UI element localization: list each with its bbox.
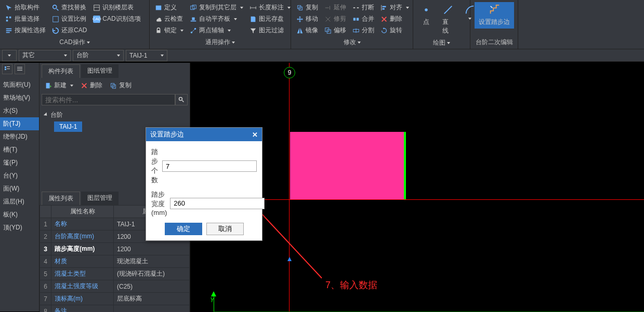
cadopt-btn[interactable]: CADCAD识别选项 bbox=[91, 13, 142, 24]
pick-btn[interactable]: 拾取构件 bbox=[3, 2, 48, 13]
rail-item[interactable]: 整场地(V) bbox=[0, 91, 39, 104]
annotation-text: 7、输入数据 bbox=[325, 279, 377, 291]
rail-item[interactable]: 绕带(JD) bbox=[0, 130, 39, 143]
combo-category[interactable]: 其它 bbox=[19, 50, 71, 61]
rail-item[interactable]: 温层(H) bbox=[0, 195, 39, 208]
svg-rect-11 bbox=[156, 5, 162, 10]
combo-type[interactable]: 台阶 bbox=[73, 50, 124, 61]
comp-del-btn[interactable]: 删除 bbox=[78, 80, 104, 91]
align-btn[interactable]: 对齐 bbox=[378, 2, 411, 13]
cloud-btn[interactable]: 云检查 bbox=[153, 13, 186, 24]
svg-line-7 bbox=[57, 8, 59, 10]
y-label: Y bbox=[210, 296, 214, 304]
comp-new-btn[interactable]: 新建 bbox=[43, 80, 75, 91]
dialog-cancel-btn[interactable]: 取消 bbox=[206, 223, 244, 235]
step-count-input[interactable] bbox=[162, 160, 257, 172]
break-btn[interactable]: 打断 bbox=[350, 2, 376, 13]
svg-rect-43 bbox=[7, 66, 10, 67]
rail-item[interactable]: 台(Y) bbox=[0, 169, 39, 182]
prop-row[interactable]: 8备注 bbox=[40, 305, 190, 313]
svg-point-38 bbox=[425, 8, 428, 11]
copyfloor-btn[interactable]: 复制到其它层 bbox=[188, 2, 245, 13]
dimlen-btn[interactable]: 长度标注 bbox=[247, 2, 293, 13]
tree-root[interactable]: 台阶 bbox=[45, 110, 185, 120]
tab-drawing-manage[interactable]: 图纸管理 bbox=[81, 64, 119, 78]
saveimg-btn[interactable]: 图元存盘 bbox=[247, 13, 293, 24]
rail-item[interactable]: 水(S) bbox=[0, 104, 39, 117]
rotate-btn[interactable]: 旋转 bbox=[378, 25, 411, 36]
prop-row[interactable]: 7顶标高(m)层底标高 bbox=[40, 293, 190, 305]
restore-btn[interactable]: 还原CAD bbox=[50, 25, 89, 36]
define-btn[interactable]: 定义 bbox=[153, 2, 186, 13]
point-btn[interactable]: 点 bbox=[416, 2, 436, 29]
dialog-close-btn[interactable]: ✕ bbox=[252, 131, 258, 139]
svg-rect-4 bbox=[6, 30, 12, 31]
cursor-indicator bbox=[287, 255, 292, 260]
rail-item[interactable]: 顶(YD) bbox=[0, 221, 39, 234]
batch-btn[interactable]: 批量选择 bbox=[3, 13, 48, 24]
rail-item[interactable]: 面(W) bbox=[0, 182, 39, 195]
split-btn[interactable]: 分割 bbox=[350, 25, 376, 36]
svg-rect-45 bbox=[17, 67, 22, 67]
twopoint-btn[interactable]: 两点辅轴 bbox=[188, 25, 245, 36]
scale-btn[interactable]: 设置比例 bbox=[50, 13, 89, 24]
comp-search-btn[interactable] bbox=[175, 94, 188, 105]
filterimg-btn[interactable]: 图元过滤 bbox=[247, 25, 293, 36]
step-count-label: 踏步个数 bbox=[151, 147, 159, 185]
rail-item-active[interactable]: 阶(TJ) bbox=[0, 117, 39, 130]
copy-btn[interactable]: 复制 bbox=[294, 2, 320, 13]
svg-rect-16 bbox=[192, 17, 194, 20]
tab-property-list[interactable]: 属性列表 bbox=[42, 192, 80, 205]
move-btn[interactable]: 移动 bbox=[294, 13, 320, 24]
svg-rect-48 bbox=[46, 83, 50, 88]
y-arrow-icon bbox=[211, 291, 216, 296]
ribbon: 拾取构件 批量选择 按属性选择 查找替换 设置比例 还原CAD 识别楼层表 CA… bbox=[0, 0, 644, 49]
tree-child-selected[interactable]: TAIJ-1 bbox=[54, 121, 82, 132]
svg-rect-41 bbox=[5, 66, 6, 68]
autoalign-btn[interactable]: 自动平齐板 bbox=[188, 13, 245, 24]
dialog-titlebar[interactable]: 设置踏步边 ✕ bbox=[146, 128, 262, 141]
mirror-btn[interactable]: 镜像 bbox=[294, 25, 320, 36]
step-width-label: 踏步宽度(mm) bbox=[151, 190, 167, 216]
offset-btn[interactable]: 偏移 bbox=[322, 25, 348, 36]
byprop-btn[interactable]: 按属性选择 bbox=[3, 25, 48, 36]
prop-row[interactable]: 6混凝土强度等级(C25) bbox=[40, 280, 190, 293]
left-category-rail: 筑面积(U) 整场地(V) 水(S) 阶(TJ) 绕带(JD) 槽(T) 篷(P… bbox=[0, 63, 40, 311]
rail-viewmode-2[interactable] bbox=[15, 64, 25, 74]
catbar-dd[interactable] bbox=[2, 50, 17, 61]
prop-row[interactable]: 4材质现浇混凝土 bbox=[40, 255, 190, 268]
svg-rect-32 bbox=[357, 18, 359, 20]
rail-item[interactable]: 槽(T) bbox=[0, 143, 39, 156]
step-width-input[interactable] bbox=[170, 198, 265, 209]
merge-btn[interactable]: 合并 bbox=[350, 13, 376, 24]
svg-rect-2 bbox=[6, 19, 8, 21]
trim-btn[interactable]: 修剪 bbox=[322, 13, 348, 24]
comp-dup-btn[interactable]: 复制 bbox=[108, 80, 134, 91]
rail-viewmode-1[interactable] bbox=[2, 64, 12, 74]
step-shape[interactable] bbox=[290, 132, 406, 199]
svg-rect-9 bbox=[94, 5, 100, 10]
recog-btn[interactable]: 识别楼层表 bbox=[91, 2, 142, 13]
col-propname: 属性名称 bbox=[51, 206, 114, 218]
category-bar: 其它 台阶 TAIJ-1 bbox=[0, 49, 644, 62]
lock-btn[interactable]: 锁定 bbox=[153, 25, 186, 36]
svg-rect-42 bbox=[5, 69, 6, 70]
comp-search-input[interactable] bbox=[42, 94, 175, 105]
prop-row[interactable]: 3踏步高度(mm)1200 bbox=[40, 243, 190, 255]
axis-9-line bbox=[289, 63, 290, 312]
prop-row[interactable]: 5混凝土类型(现浇碎石混凝土) bbox=[40, 268, 190, 280]
dialog-ok-btn[interactable]: 确定 bbox=[165, 223, 202, 235]
rail-item[interactable]: 篷(P) bbox=[0, 156, 39, 169]
svg-rect-31 bbox=[353, 18, 356, 20]
find-btn[interactable]: 查找替换 bbox=[50, 2, 89, 13]
tab-component-list[interactable]: 构件列表 bbox=[42, 64, 80, 78]
delete-btn[interactable]: 删除 bbox=[378, 13, 411, 24]
svg-rect-1 bbox=[9, 16, 11, 18]
stepedge-btn[interactable]: 设置踏步边 bbox=[475, 2, 514, 29]
rail-item[interactable]: 筑面积(U) bbox=[0, 78, 39, 91]
combo-item[interactable]: TAIJ-1 bbox=[126, 50, 167, 61]
extend-btn[interactable]: 延伸 bbox=[322, 2, 348, 13]
line-btn[interactable]: 直线 bbox=[438, 2, 458, 37]
tab-layer-manage[interactable]: 图层管理 bbox=[81, 192, 119, 205]
rail-item[interactable]: 板(K) bbox=[0, 208, 39, 221]
